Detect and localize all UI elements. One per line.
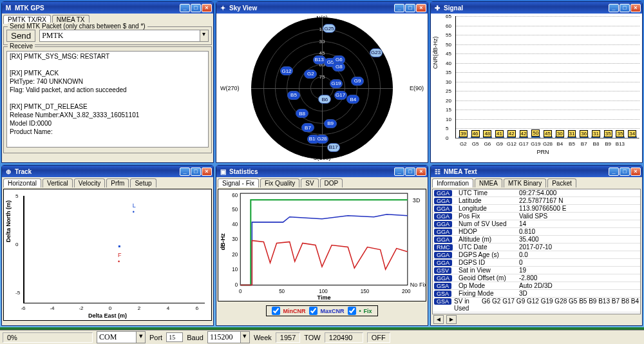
title-track: Track bbox=[15, 168, 179, 175]
stats-tab-0[interactable]: Signal - Fix bbox=[218, 178, 259, 187]
minimize-button[interactable]: _ bbox=[394, 4, 404, 12]
title-mtk-gps: MTK GPS bbox=[15, 5, 179, 12]
maximize-button[interactable]: □ bbox=[191, 167, 201, 176]
nmea-row[interactable]: GGAUTC Time09:27:54.000 bbox=[433, 189, 640, 197]
nmea-row[interactable]: GSVSat in View19 bbox=[433, 267, 640, 274]
status-com-dd[interactable]: ▾ bbox=[136, 332, 145, 343]
track-xlabel: Delta East (m) bbox=[88, 312, 127, 319]
sat-G2: G2 bbox=[304, 70, 317, 79]
svg-text:dB-Hz: dB-Hz bbox=[220, 233, 226, 251]
close-button[interactable]: × bbox=[202, 167, 212, 176]
sat-B17: B17 bbox=[327, 143, 340, 152]
legend-max-check[interactable] bbox=[309, 307, 317, 315]
stats-tab-2[interactable]: SV bbox=[301, 178, 318, 187]
nmea-row[interactable]: GGALatitude22.57877167 N bbox=[433, 197, 640, 205]
window-nmea-text: ☷ NMEA Text _ □ × InformationNMEAMTK Bin… bbox=[430, 165, 643, 326]
nmea-row[interactable]: GGADGPS Age (s)0.0 bbox=[433, 251, 640, 259]
nmea-row[interactable]: GSAOp ModeAuto 2D/3D bbox=[433, 282, 640, 290]
maximize-button[interactable]: □ bbox=[405, 167, 415, 176]
status-baud[interactable] bbox=[208, 332, 240, 343]
window-mtk-gps: M MTK GPS _ □ × PMTK TX/RX NMEA TX Send … bbox=[1, 1, 214, 163]
maximize-button[interactable]: □ bbox=[405, 4, 415, 12]
send-group-label: Send MTK Packet (only chars between $ an… bbox=[8, 23, 147, 30]
nmea-row[interactable]: GGANum of SV Used14 bbox=[433, 220, 640, 228]
status-baud-dd[interactable]: ▾ bbox=[240, 332, 249, 343]
minimize-button[interactable]: _ bbox=[180, 4, 190, 12]
nmea-tab-nmea[interactable]: NMEA bbox=[475, 178, 502, 187]
nmea-row[interactable]: GSAFixing Mode3D bbox=[433, 290, 640, 298]
svg-rect-0 bbox=[240, 193, 408, 285]
svg-text:0: 0 bbox=[239, 289, 242, 294]
track-plot: Delta North (m) Delta East (m) L• ▪ F• -… bbox=[3, 189, 212, 321]
sat-G19: G19 bbox=[330, 79, 343, 88]
stats-tab-1[interactable]: Fix Quality bbox=[260, 178, 299, 187]
maximize-button[interactable]: □ bbox=[620, 4, 630, 12]
nmea-row[interactable]: GGADGPS ID0 bbox=[433, 259, 640, 267]
track-tab-horizontal[interactable]: Horizontal bbox=[3, 178, 41, 187]
maximize-button[interactable]: □ bbox=[191, 4, 201, 12]
track-marker-l: L• bbox=[133, 202, 136, 215]
sat-B9: B9 bbox=[324, 119, 337, 128]
minimize-button[interactable]: _ bbox=[180, 167, 190, 176]
title-signal: Signal bbox=[444, 5, 608, 12]
receive-label: Receive bbox=[8, 43, 35, 50]
nmea-row[interactable]: GGAGeoid Offset (m)-2.800 bbox=[433, 274, 640, 282]
nmea-row[interactable]: GSASV in UsedG6 G2 G17 G9 G12 G19 G28 G5… bbox=[433, 298, 640, 312]
svg-text:20: 20 bbox=[232, 252, 238, 258]
svg-text:30: 30 bbox=[232, 236, 238, 242]
status-tow: 120490 bbox=[325, 332, 363, 343]
pmtk-input[interactable] bbox=[40, 30, 200, 41]
nmea-row[interactable]: GGAAltitude (m)35.400 bbox=[433, 236, 640, 244]
nmea-scroll-right[interactable]: ► bbox=[446, 315, 457, 324]
svg-text:50: 50 bbox=[279, 289, 285, 294]
legend-fix-check[interactable] bbox=[348, 307, 356, 315]
legend-min-check[interactable] bbox=[272, 307, 280, 315]
stats-legend: MinCNR MaxCNR • Fix bbox=[266, 305, 377, 316]
send-button[interactable]: Send bbox=[6, 30, 35, 42]
status-week: 1957 bbox=[276, 332, 300, 343]
svg-text:150: 150 bbox=[361, 289, 370, 294]
nmea-row[interactable]: GGAPos FixValid SPS bbox=[433, 213, 640, 220]
signal-chart: CNR(dB-Hz) 39 G246 G548 G641 G942 bbox=[431, 14, 642, 162]
stats-tab-3[interactable]: DOP bbox=[320, 178, 343, 187]
nmea-tab-mtk-binary[interactable]: MTK Binary bbox=[504, 178, 546, 187]
window-track: ⊕ Track _ □ × HorizontalVerticalVelocity… bbox=[1, 165, 214, 326]
nmea-row[interactable]: RMCUTC Date2017-07-10 bbox=[433, 244, 640, 251]
nmea-tab-information[interactable]: Information bbox=[432, 178, 473, 187]
pmtk-dropdown-button[interactable]: ▾ bbox=[200, 30, 208, 41]
nmea-grid[interactable]: GGAUTC Time09:27:54.000GGALatitude22.578… bbox=[432, 189, 641, 314]
window-statistics: ▣ Statistics _ □ × Signal - FixFix Quali… bbox=[216, 165, 428, 326]
signal-xlabel: PRN bbox=[446, 149, 639, 155]
status-com[interactable] bbox=[97, 332, 136, 343]
track-tab-vertical[interactable]: Vertical bbox=[43, 178, 73, 187]
nmea-scroll-left[interactable]: ◄ bbox=[433, 315, 444, 324]
track-marker-f: F• bbox=[118, 252, 122, 265]
compass-s: S(180) bbox=[313, 155, 330, 161]
svg-text:10: 10 bbox=[232, 267, 238, 272]
status-off: OFF bbox=[367, 332, 390, 343]
maximize-button[interactable]: □ bbox=[620, 167, 630, 176]
close-button[interactable]: × bbox=[202, 4, 212, 12]
track-tab-prfm[interactable]: Prfm bbox=[106, 178, 129, 187]
track-tab-setup[interactable]: Setup bbox=[130, 178, 156, 187]
close-button[interactable]: × bbox=[416, 167, 426, 176]
nmea-row[interactable]: GGAHDOP0.810 bbox=[433, 228, 640, 236]
sat-B6: B6 bbox=[318, 95, 331, 104]
sat-B8: B8 bbox=[296, 109, 308, 118]
nmea-row[interactable]: GGALongitude113.90766500 E bbox=[433, 205, 640, 213]
minimize-button[interactable]: _ bbox=[394, 167, 404, 176]
nmea-tab-packet[interactable]: Packet bbox=[547, 178, 576, 187]
svg-text:200: 200 bbox=[402, 289, 411, 294]
close-button[interactable]: × bbox=[630, 4, 641, 12]
close-button[interactable]: × bbox=[416, 4, 426, 12]
track-icon: ⊕ bbox=[5, 167, 12, 175]
svg-text:Time: Time bbox=[317, 294, 331, 301]
minimize-button[interactable]: _ bbox=[609, 167, 619, 176]
signal-icon: ✚ bbox=[433, 4, 441, 12]
receive-log[interactable]: [RX] PMTK_SYS_MSG: RESTART [RX] PMTK_ACK… bbox=[6, 51, 209, 148]
status-port[interactable] bbox=[166, 332, 183, 342]
close-button[interactable]: × bbox=[630, 167, 641, 176]
minimize-button[interactable]: _ bbox=[609, 4, 619, 12]
track-tab-velocity[interactable]: Velocity bbox=[74, 178, 105, 187]
status-bar: 0% ▾ Port Baud ▾ Week 1957 TOW 120490 OF… bbox=[0, 330, 644, 344]
